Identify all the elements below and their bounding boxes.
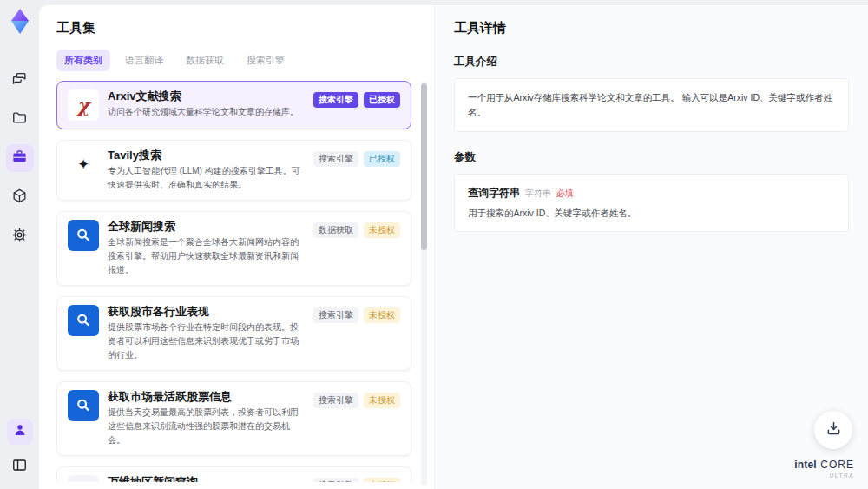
tool-name: Tavily搜索 xyxy=(108,149,305,162)
parameter-type: 字符串 xyxy=(525,188,551,200)
category-badge: 搜索引擎 xyxy=(313,307,358,323)
app-window: 工具集 所有类别语言翻译数据获取搜索引擎 χArxiv文献搜索访问各个研究领域大… xyxy=(0,0,868,489)
user-icon xyxy=(12,422,28,441)
intro-box: 一个用于从Arxiv存储库搜索科学论文和文章的工具。 输入可以是Arxiv ID… xyxy=(454,78,849,132)
tool-info: 获取市场最活跃股票信息提供当天交易量最高的股票列表，投资者可以利用这些信息来识别… xyxy=(108,390,305,447)
arxiv-icon: χ xyxy=(68,89,99,121)
brand-ultra: ULTRA xyxy=(794,472,854,479)
toolbox-icon xyxy=(11,149,28,169)
tool-list: χArxiv文献搜索访问各个研究领域大量科学论文和文章的存储库。搜索引擎已授权✦… xyxy=(56,81,434,482)
tool-card[interactable]: ✦Tavily搜索专为人工智能代理 (LLM) 构建的搜索引擎工具。可快速提供实… xyxy=(56,140,411,201)
tool-info: 全球新闻搜索全球新闻搜索是一个聚合全球各大新闻网站内容的搜索引擎。帮助用户快速获… xyxy=(108,220,305,277)
sidebar-nav xyxy=(6,66,34,250)
building-icon xyxy=(68,475,99,482)
sidebar-item-tools[interactable] xyxy=(6,144,34,172)
tool-info: 获取股市各行业表现提供股票市场各个行业在特定时间段内的表现。投资者可以利用这些信… xyxy=(108,305,305,362)
auth-status-badge: 未授权 xyxy=(364,307,400,323)
tool-name: 获取股市各行业表现 xyxy=(108,305,305,318)
tool-name: Arxiv文献搜索 xyxy=(108,89,305,102)
tool-badges: 搜索引擎已授权 xyxy=(313,149,400,192)
brand-intel: intel xyxy=(794,459,817,471)
tool-info: Tavily搜索专为人工智能代理 (LLM) 构建的搜索引擎工具。可快速提供实时… xyxy=(108,149,305,192)
intro-heading: 工具介绍 xyxy=(454,55,849,69)
category-badge: 搜索引擎 xyxy=(313,151,358,167)
sidebar-item-models[interactable] xyxy=(6,183,34,211)
collapse-sidebar-button[interactable] xyxy=(6,453,34,480)
tool-info: Arxiv文献搜索访问各个研究领域大量科学论文和文章的存储库。 xyxy=(108,89,305,121)
intro-text: 一个用于从Arxiv存储库搜索科学论文和文章的工具。 输入可以是Arxiv ID… xyxy=(468,90,835,120)
tool-description: 全球新闻搜索是一个聚合全球各大新闻网站内容的搜索引擎。帮助用户快速获取全球最新资… xyxy=(108,235,305,277)
required-badge: 必填 xyxy=(556,188,574,200)
tool-badges: 搜索引擎已授权 xyxy=(313,89,400,121)
scrollbar-thumb[interactable] xyxy=(421,83,427,250)
tool-badges: 搜索引擎未授权 xyxy=(313,305,400,362)
auth-status-badge: 已授权 xyxy=(364,151,400,167)
icon-sidebar xyxy=(0,0,39,489)
tab-语言翻译[interactable]: 语言翻译 xyxy=(117,50,171,71)
tool-description: 提供股票市场各个行业在特定时间段内的表现。投资者可以利用这些信息来识别表现优于或… xyxy=(108,320,305,362)
tool-description: 访问各个研究领域大量科学论文和文章的存储库。 xyxy=(108,105,305,119)
parameter-header: 查询字符串字符串必填 xyxy=(468,186,835,201)
tool-badges: 搜索引擎未授权 xyxy=(313,390,400,447)
params-box: 查询字符串字符串必填用于搜索的Arxiv ID、关键字或作者姓名。 xyxy=(454,174,849,232)
tool-badges: 数据获取未授权 xyxy=(313,220,400,277)
news-search-icon xyxy=(68,390,99,421)
detail-title: 工具详情 xyxy=(454,20,849,36)
news-search-icon xyxy=(68,305,99,336)
sidebar-item-chat[interactable] xyxy=(6,66,34,94)
tool-name: 全球新闻搜索 xyxy=(108,220,305,233)
tavily-icon: ✦ xyxy=(68,149,99,180)
tab-搜索引擎[interactable]: 搜索引擎 xyxy=(239,50,293,71)
category-badge: 搜索引擎 xyxy=(313,393,358,408)
tool-name: 万维地区新闻查询 xyxy=(108,475,305,482)
tool-card[interactable]: 获取市场最活跃股票信息提供当天交易量最高的股票列表，投资者可以利用这些信息来识别… xyxy=(56,381,411,456)
params-heading: 参数 xyxy=(454,150,849,165)
tool-detail-panel: 工具详情 工具介绍 一个用于从Arxiv存储库搜索科学论文和文章的工具。 输入可… xyxy=(434,5,868,489)
list-scrollbar[interactable] xyxy=(421,82,427,486)
brand-core: CORE xyxy=(820,459,854,471)
tool-list-panel: 工具集 所有类别语言翻译数据获取搜索引擎 χArxiv文献搜索访问各个研究领域大… xyxy=(39,5,434,489)
parameter-row: 查询字符串字符串必填用于搜索的Arxiv ID、关键字或作者姓名。 xyxy=(468,186,835,220)
settings-icon xyxy=(11,227,28,247)
folder-icon xyxy=(11,109,28,129)
category-badge: 搜索引擎 xyxy=(313,92,358,108)
news-search-icon xyxy=(68,220,99,251)
sidebar-bottom xyxy=(6,419,34,480)
tool-card[interactable]: 万维地区新闻查询查询具体行政区划内的新闻，快速了解各地新闻动态。搜索引擎未授权 xyxy=(56,466,411,482)
tool-name: 获取市场最活跃股票信息 xyxy=(108,390,305,403)
download-icon xyxy=(825,420,843,440)
download-button[interactable] xyxy=(814,411,852,449)
auth-status-badge: 未授权 xyxy=(364,222,400,238)
tab-所有类别[interactable]: 所有类别 xyxy=(56,50,110,71)
panel-toggle-icon xyxy=(11,457,28,477)
parameter-name: 查询字符串 xyxy=(468,186,520,201)
user-avatar[interactable] xyxy=(7,419,33,445)
main-surface: 工具集 所有类别语言翻译数据获取搜索引擎 χArxiv文献搜索访问各个研究领域大… xyxy=(39,5,868,489)
auth-status-badge: 未授权 xyxy=(364,478,400,482)
cube-icon xyxy=(11,188,28,208)
sidebar-item-files[interactable] xyxy=(6,105,34,133)
tool-description: 提供当天交易量最高的股票列表，投资者可以利用这些信息来识别流动性强的股票和潜在的… xyxy=(108,406,305,447)
category-badge: 数据获取 xyxy=(313,222,358,238)
auth-status-badge: 未授权 xyxy=(364,393,400,408)
chat-icon xyxy=(11,70,28,90)
tool-card[interactable]: χArxiv文献搜索访问各个研究领域大量科学论文和文章的存储库。搜索引擎已授权 xyxy=(56,81,411,129)
page-title: 工具集 xyxy=(56,20,434,36)
app-logo xyxy=(7,7,33,36)
tab-数据获取[interactable]: 数据获取 xyxy=(178,50,232,71)
tool-info: 万维地区新闻查询查询具体行政区划内的新闻，快速了解各地新闻动态。 xyxy=(108,475,305,482)
tool-card[interactable]: 全球新闻搜索全球新闻搜索是一个聚合全球各大新闻网站内容的搜索引擎。帮助用户快速获… xyxy=(56,211,411,286)
auth-status-badge: 已授权 xyxy=(364,92,400,108)
category-badge: 搜索引擎 xyxy=(313,478,358,482)
intel-core-logo: intel CORE ULTRA xyxy=(794,456,854,479)
tool-card[interactable]: 获取股市各行业表现提供股票市场各个行业在特定时间段内的表现。投资者可以利用这些信… xyxy=(56,296,411,371)
tool-description: 专为人工智能代理 (LLM) 构建的搜索引擎工具。可快速提供实时、准确和真实的结… xyxy=(108,164,305,192)
parameter-description: 用于搜索的Arxiv ID、关键字或作者姓名。 xyxy=(468,208,835,220)
category-tabs: 所有类别语言翻译数据获取搜索引擎 xyxy=(56,50,434,71)
tool-badges: 搜索引擎未授权 xyxy=(313,475,400,482)
sidebar-item-settings[interactable] xyxy=(6,222,34,250)
